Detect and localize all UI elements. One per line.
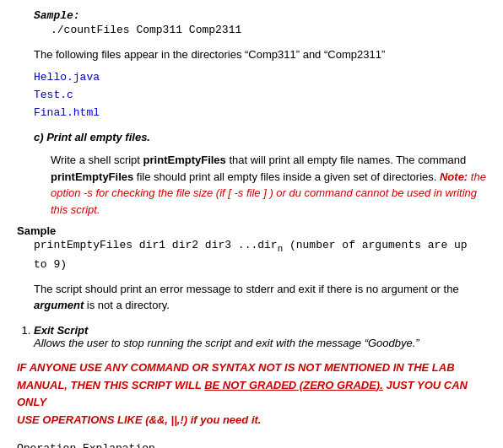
script-note: The script should print an error message…: [34, 281, 486, 314]
section-c-desc: Write a shell script printEmptyFiles tha…: [51, 152, 486, 218]
sample-label: Sample:: [34, 9, 80, 22]
warning-line1: IF ANYONE USE ANY COMMAND OR SYNTAX NOT …: [17, 359, 486, 377]
warning-underline: BE NOT GRADED (ZERO GRADE).: [204, 379, 383, 391]
following-desc: The following files appear in the direct…: [34, 48, 385, 61]
sample2-command: printEmptyFiles dir1 dir2 dir3 ...dirn (…: [34, 237, 486, 274]
ops-section: Operation Explanation && The logical AND…: [17, 440, 486, 448]
sample2-section: Sample printEmptyFiles dir1 dir2 dir3 ..…: [17, 224, 486, 274]
sample2-cmd-text: printEmptyFiles dir1 dir2 dir3 ...dir: [34, 239, 278, 251]
warning-line2: MANUAL, THEN THIS SCRIPT WILL BE NOT GRA…: [17, 377, 486, 413]
exit-script-title: Exit Script: [34, 324, 88, 337]
warning-line4: USE OPERATIONS LIKE (&&, ||,!) if you ne…: [17, 412, 486, 429]
sample-section: Sample: ./countFiles Comp311 Comp2311: [17, 8, 486, 40]
script-note-italic: argument: [34, 299, 84, 311]
file-3: Final.html: [34, 105, 486, 122]
sample-command: ./countFiles Comp311 Comp2311: [51, 22, 486, 40]
numbered-list: Exit Script Allows the user to stop runn…: [17, 324, 486, 349]
section-c-note-label: Note:: [440, 170, 471, 183]
exit-script-desc: Allows the user to stop running the scri…: [34, 337, 419, 349]
section-c: c) Print all empty files.: [34, 129, 486, 146]
list-item-1: Exit Script Allows the user to stop runn…: [34, 324, 486, 349]
sample2-label: Sample: [17, 224, 56, 237]
warning-line2-text: MANUAL, THEN THIS SCRIPT WILL: [17, 379, 204, 391]
script-note-end: is not a directory.: [84, 299, 170, 311]
section-c-desc2: that will print all empty file names. Th…: [226, 154, 466, 166]
ops-header: Operation Explanation: [17, 440, 486, 448]
file-2: Test.c: [34, 87, 486, 105]
section-c-label: c) Print all empty files.: [34, 131, 150, 143]
section-c-desc3: file should print all empty files inside…: [133, 170, 440, 183]
sample-files: Hello.java Test.c Final.html: [34, 69, 486, 121]
file-1: Hello.java: [34, 69, 486, 87]
following-text: The following files appear in the direct…: [34, 46, 486, 63]
script-note-text: The script should print an error message…: [34, 283, 459, 295]
section-c-bold2: printEmptyFiles: [51, 170, 133, 183]
section-c-bold1: printEmptyFiles: [143, 154, 226, 166]
section-c-desc1: Write a shell script: [51, 154, 143, 166]
warning-section: IF ANYONE USE ANY COMMAND OR SYNTAX NOT …: [17, 359, 486, 429]
